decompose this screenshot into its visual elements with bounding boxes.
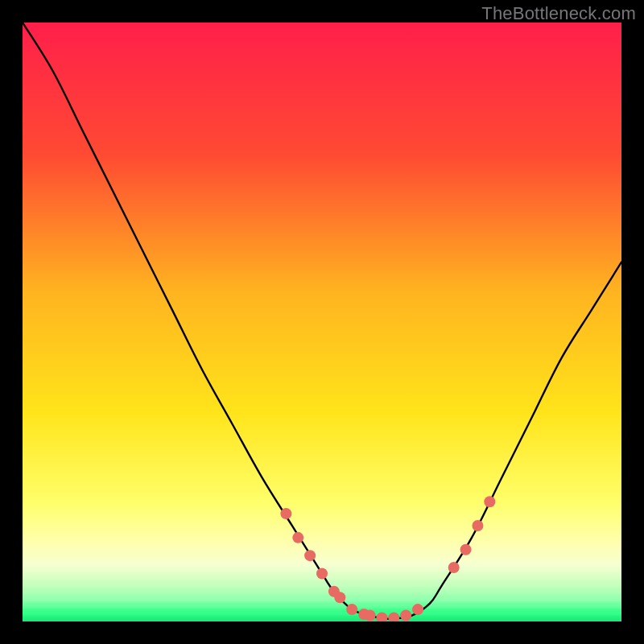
band-line: [23, 612, 621, 616]
marker-dot: [412, 604, 423, 615]
marker-dot: [334, 592, 345, 603]
marker-dot: [365, 610, 376, 621]
marker-dot: [400, 610, 411, 621]
watermark-text: TheBottleneck.com: [481, 3, 636, 24]
band-line: [23, 590, 621, 594]
band-line: [23, 605, 621, 609]
marker-dot: [472, 520, 483, 531]
chart-svg: [23, 23, 621, 621]
marker-dot: [316, 568, 328, 579]
marker-dot: [304, 550, 316, 561]
plot-area: [23, 23, 621, 621]
gradient-background: [23, 23, 621, 621]
band-line: [23, 562, 621, 566]
band-line: [23, 583, 621, 587]
marker-dot: [484, 496, 495, 507]
marker-dot: [292, 532, 303, 543]
marker-dot: [280, 508, 291, 519]
marker-dot: [346, 604, 357, 615]
chart-frame: TheBottleneck.com: [0, 0, 644, 644]
marker-dot: [448, 562, 460, 573]
band-line: [23, 597, 621, 601]
marker-dot: [460, 544, 472, 555]
